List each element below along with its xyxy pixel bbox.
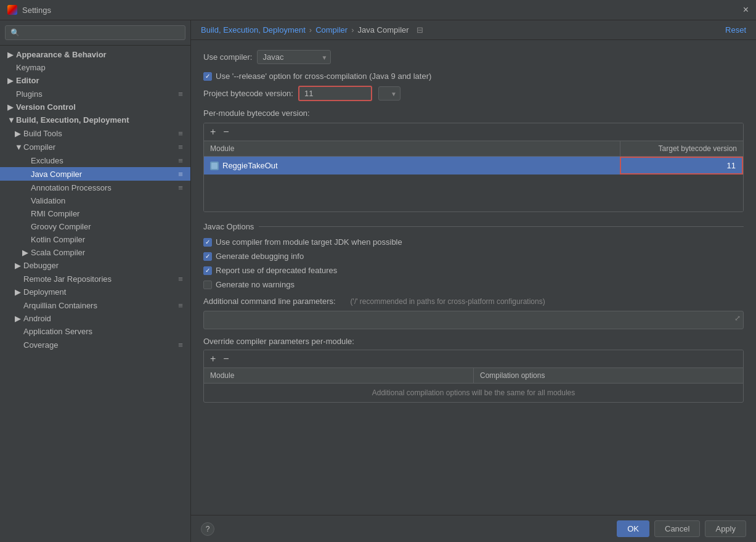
scroll-icon: ≡ (176, 128, 185, 138)
breadcrumb-link-1[interactable]: Build, Execution, Deployment (201, 25, 306, 35)
override-options-header: Compilation options (474, 368, 743, 383)
release-checkbox[interactable]: ✓ (203, 72, 212, 81)
sidebar-item-groovy[interactable]: Groovy Compiler (0, 220, 190, 233)
expand-arrow: ▶ (7, 50, 16, 59)
breadcrumb-sep-2: › (351, 25, 354, 35)
scroll-icon: ≡ (176, 142, 185, 152)
bytecode-row: Project bytecode version: 11 (203, 86, 744, 101)
sidebar-item-label: Excludes (31, 156, 176, 165)
expand-arrow: ▼ (7, 115, 16, 125)
javac-option-2-row: ✓ Generate debugging info (203, 252, 744, 261)
sidebar-item-arquillian[interactable]: Arquillian Containers ≡ (0, 298, 190, 312)
additional-params-header: Additional command line parameters: ('/'… (203, 297, 744, 308)
javac-option-2-checkbox[interactable]: ✓ (203, 252, 212, 261)
sidebar-item-label: Version Control (16, 102, 185, 112)
pin-icon[interactable]: ⊟ (417, 25, 423, 35)
sidebar-item-coverage[interactable]: Coverage ≡ (0, 338, 190, 351)
sidebar-item-label: Groovy Compiler (31, 222, 185, 231)
table-add-button[interactable]: + (209, 126, 217, 138)
javac-option-3-row: ✓ Report use of deprecated features (203, 266, 744, 275)
override-section: Override compiler parameters per-module:… (203, 337, 744, 403)
sidebar-item-scala[interactable]: ▶ Scala Compiler (0, 246, 190, 259)
sidebar-item-label: RMI Compiler (31, 209, 185, 218)
compiler-select[interactable]: Javac Eclipse Ajc (257, 50, 331, 64)
expand-button[interactable]: ⤢ (734, 314, 741, 322)
javac-option-2-label: Generate debugging info (216, 252, 304, 261)
javac-option-1-checkbox[interactable]: ✓ (203, 238, 212, 247)
sidebar-item-label: Remote Jar Repositories (23, 274, 176, 284)
table-row[interactable]: ReggieTakeOut 11 (204, 157, 743, 175)
release-option-row: ✓ Use '--release' option for cross-compi… (203, 72, 744, 81)
footer-left: ? (201, 522, 214, 536)
expand-arrow: ▶ (22, 248, 31, 257)
sidebar-item-java-compiler[interactable]: Java Compiler ≡ (0, 167, 190, 181)
breadcrumb-sep-1: › (309, 25, 312, 35)
additional-params-input-wrapper: ⤢ (203, 311, 744, 329)
override-remove-button[interactable]: − (222, 353, 230, 365)
breadcrumb: Build, Execution, Deployment › Compiler … (191, 20, 756, 40)
module-name-cell: ReggieTakeOut (204, 157, 620, 175)
apply-button[interactable]: Apply (705, 520, 746, 537)
bytecode-input[interactable]: 11 (298, 86, 372, 101)
search-box (0, 20, 190, 46)
override-table: + − Module Compilation options Additiona… (203, 350, 744, 403)
sidebar-item-label: Coverage (23, 340, 176, 350)
cancel-button[interactable]: Cancel (654, 520, 700, 537)
override-header: Module Compilation options (204, 368, 743, 384)
sidebar-item-editor[interactable]: ▶ Editor (0, 74, 190, 87)
sidebar-item-build-exec[interactable]: ▼ Build, Execution, Deployment (0, 113, 190, 126)
sidebar-item-excludes[interactable]: Excludes ≡ (0, 154, 190, 167)
additional-params-input[interactable] (204, 311, 743, 329)
sidebar-item-plugins[interactable]: Plugins ≡ (0, 87, 190, 101)
use-compiler-row: Use compiler: Javac Eclipse Ajc (203, 50, 744, 64)
app-icon (7, 5, 17, 15)
help-button[interactable]: ? (201, 522, 214, 536)
target-column-header: Target bytecode version (620, 141, 743, 156)
sidebar-item-deployment[interactable]: ▶ Deployment (0, 285, 190, 298)
check-icon: ✓ (205, 239, 210, 245)
sidebar-item-android[interactable]: ▶ Android (0, 312, 190, 325)
scroll-icon: ≡ (176, 274, 185, 284)
override-label: Override compiler parameters per-module: (203, 337, 354, 346)
module-name: ReggieTakeOut (222, 161, 278, 170)
sidebar-item-kotlin[interactable]: Kotlin Compiler (0, 233, 190, 246)
sidebar-item-app-servers[interactable]: Application Servers (0, 325, 190, 338)
expand-arrow: ▶ (15, 287, 23, 297)
sidebar-item-label: Keymap (16, 63, 185, 72)
override-add-button[interactable]: + (209, 353, 217, 365)
sidebar-item-keymap[interactable]: Keymap (0, 61, 190, 74)
close-button[interactable]: × (743, 5, 749, 15)
breadcrumb-link-2[interactable]: Compiler (315, 25, 348, 35)
javac-options-title: Javac Options (203, 222, 744, 231)
sidebar-item-label: Editor (16, 76, 185, 85)
sidebar-item-build-tools[interactable]: ▶ Build Tools ≡ (0, 126, 190, 140)
sidebar-item-label: Annotation Processors (31, 183, 176, 192)
bytecode-dropdown[interactable] (378, 86, 400, 101)
sidebar-item-annotation[interactable]: Annotation Processors ≡ (0, 181, 190, 194)
table-remove-button[interactable]: − (222, 126, 230, 138)
sidebar-item-compiler[interactable]: ▼ Compiler ≡ (0, 140, 190, 154)
javac-option-3-checkbox[interactable]: ✓ (203, 266, 212, 275)
javac-option-4-checkbox[interactable] (203, 281, 212, 289)
ok-button[interactable]: OK (617, 520, 649, 537)
sidebar-item-rmi[interactable]: RMI Compiler (0, 207, 190, 220)
scroll-icon: ≡ (176, 169, 185, 179)
override-module-header: Module (204, 368, 474, 383)
sidebar-item-appearance[interactable]: ▶ Appearance & Behavior (0, 48, 190, 61)
search-input[interactable] (5, 25, 185, 40)
sidebar-item-validation[interactable]: Validation (0, 194, 190, 207)
additional-params-label: Additional command line parameters: (203, 297, 336, 306)
scroll-icon: ≡ (176, 155, 185, 165)
sidebar-item-label: Debugger (23, 261, 185, 270)
sidebar-item-label: Build Tools (23, 129, 176, 138)
sidebar-item-label: Plugins (16, 89, 176, 99)
sidebar-item-label: Compiler (23, 142, 176, 152)
sidebar-item-remote-jar[interactable]: Remote Jar Repositories ≡ (0, 272, 190, 285)
expand-arrow: ▶ (7, 76, 16, 85)
reset-button[interactable]: Reset (725, 25, 746, 35)
release-option-label: Use '--release' option for cross-compila… (216, 72, 431, 81)
sidebar-item-label: Arquillian Containers (23, 301, 176, 310)
sidebar-item-debugger[interactable]: ▶ Debugger (0, 259, 190, 272)
sidebar-item-version-control[interactable]: ▶ Version Control (0, 101, 190, 113)
sidebar-item-label: Deployment (23, 287, 185, 297)
